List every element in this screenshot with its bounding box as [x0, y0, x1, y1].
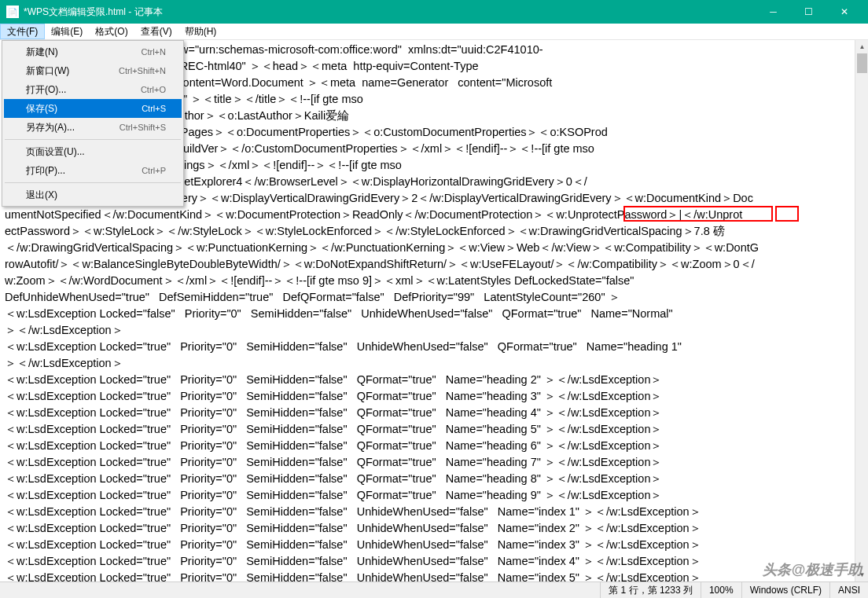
menu-help[interactable]: 帮助(H) — [178, 24, 223, 39]
text-line: ＜w:LsdException Locked="false" Priority=… — [5, 306, 851, 322]
text-line: ＜w:LsdException Locked="true" Priority="… — [5, 339, 851, 355]
text-line: ＞＜/w:LsdException＞ — [5, 322, 851, 339]
text-line: ＜w:LsdException Locked="true" Priority="… — [5, 504, 851, 520]
text-line: ＜w:LsdException Locked="true" Priority="… — [5, 388, 851, 405]
text-line: rowAutofit/＞＜w:BalanceSingleByteDoubleBy… — [5, 256, 851, 273]
menu-item-label: 新窗口(W) — [26, 64, 119, 78]
app-icon: 📄 — [6, 6, 19, 18]
text-line: ＜w:LsdException Locked="true" Priority="… — [5, 487, 851, 504]
menu-item-label: 打印(P)... — [26, 164, 142, 178]
window-title: *WPS文档编辑受限.html - 记事本 — [24, 6, 756, 19]
menu-item-x[interactable]: 退出(X) — [4, 185, 182, 204]
menu-separator — [5, 182, 181, 183]
close-button[interactable]: ✕ — [826, 0, 862, 24]
status-encoding: ANSI — [829, 582, 868, 598]
menu-item-label: 另存为(A)... — [26, 121, 120, 134]
menu-item-shortcut: Ctrl+O — [141, 85, 166, 94]
text-line: ＜w:LsdException Locked="true" Priority="… — [5, 405, 851, 421]
text-line: ＜w:LsdException Locked="true" Priority="… — [5, 372, 851, 388]
text-line: ＜w:LsdException Locked="true" Priority="… — [5, 438, 851, 454]
minimize-button[interactable]: ─ — [756, 0, 791, 24]
menu-separator — [5, 139, 181, 140]
menu-item-label: 保存(S) — [26, 102, 142, 116]
menu-item-label: 页面设置(U)... — [26, 145, 166, 159]
menu-item-shortcut: Ctrl+P — [142, 166, 166, 175]
file-menu-dropdown: 新建(N)Ctrl+N新窗口(W)Ctrl+Shift+N打开(O)...Ctr… — [2, 40, 184, 207]
menu-format[interactable]: 格式(O) — [89, 24, 134, 39]
menu-file[interactable]: 文件(F) — [0, 24, 45, 39]
text-line: ＜w:LsdException Locked="true" Priority="… — [5, 454, 851, 471]
titlebar: 📄 *WPS文档编辑受限.html - 记事本 ─ ☐ ✕ — [0, 0, 868, 24]
menu-item-label: 新建(N) — [26, 46, 142, 59]
text-line: ＜w:LsdException Locked="true" Priority="… — [5, 537, 851, 553]
menu-item-shortcut: Ctrl+S — [142, 104, 166, 113]
text-line: ＜w:LsdException Locked="true" Priority="… — [5, 471, 851, 487]
scroll-up-button[interactable]: ▲ — [855, 40, 868, 53]
text-line: ＜w:LsdException Locked="true" Priority="… — [5, 570, 851, 581]
statusbar: 第 1 行，第 1233 列 100% Windows (CRLF) ANSI — [0, 581, 868, 598]
text-line: umentNotSpecified＜/w:DocumentKind＞＜w:Doc… — [5, 207, 851, 223]
menu-item-shortcut: Ctrl+Shift+N — [119, 66, 166, 75]
menu-item-label: 打开(O)... — [26, 83, 141, 97]
status-zoom: 100% — [701, 582, 741, 598]
vertical-scrollbar[interactable]: ▲ ▼ — [855, 40, 868, 581]
text-line: ＜/w:DrawingGridVerticalSpacing＞＜w:Punctu… — [5, 240, 851, 256]
menu-item-a[interactable]: 另存为(A)...Ctrl+Shift+S — [4, 118, 182, 137]
text-line: ＜w:LsdException Locked="true" Priority="… — [5, 553, 851, 570]
text-line: w:Zoom＞＜/w:WordDocument＞＜/xml＞＜![endif]-… — [5, 273, 851, 289]
menu-item-w[interactable]: 新窗口(W)Ctrl+Shift+N — [4, 61, 182, 80]
menu-view[interactable]: 查看(V) — [134, 24, 178, 39]
menu-item-s[interactable]: 保存(S)Ctrl+S — [4, 99, 182, 118]
status-line-ending: Windows (CRLF) — [741, 582, 829, 598]
menu-item-u[interactable]: 页面设置(U)... — [4, 142, 182, 161]
menu-item-p[interactable]: 打印(P)...Ctrl+P — [4, 161, 182, 180]
text-line: ectPassword＞＜w:StyleLock＞＜/w:StyleLock＞＜… — [5, 223, 851, 240]
maximize-button[interactable]: ☐ — [791, 0, 826, 24]
menu-item-o[interactable]: 打开(O)...Ctrl+O — [4, 80, 182, 99]
text-line: DefUnhideWhenUsed="true" DefSemiHidden="… — [5, 289, 851, 306]
menubar: 文件(F) 编辑(E) 格式(O) 查看(V) 帮助(H) — [0, 24, 868, 40]
menu-item-label: 退出(X) — [26, 189, 166, 202]
window-controls: ─ ☐ ✕ — [756, 0, 862, 24]
menu-item-shortcut: Ctrl+Shift+S — [120, 123, 166, 132]
text-line: ＜w:LsdException Locked="true" Priority="… — [5, 421, 851, 438]
scroll-thumb[interactable] — [857, 53, 867, 73]
scroll-down-button[interactable]: ▼ — [855, 568, 868, 581]
menu-item-n[interactable]: 新建(N)Ctrl+N — [4, 42, 182, 61]
menu-item-shortcut: Ctrl+N — [142, 47, 166, 57]
status-position: 第 1 行，第 1233 列 — [600, 582, 701, 598]
text-line: ＞＜/w:LsdException＞ — [5, 355, 851, 372]
text-line: ＜w:LsdException Locked="true" Priority="… — [5, 520, 851, 537]
menu-edit[interactable]: 编辑(E) — [45, 24, 89, 39]
